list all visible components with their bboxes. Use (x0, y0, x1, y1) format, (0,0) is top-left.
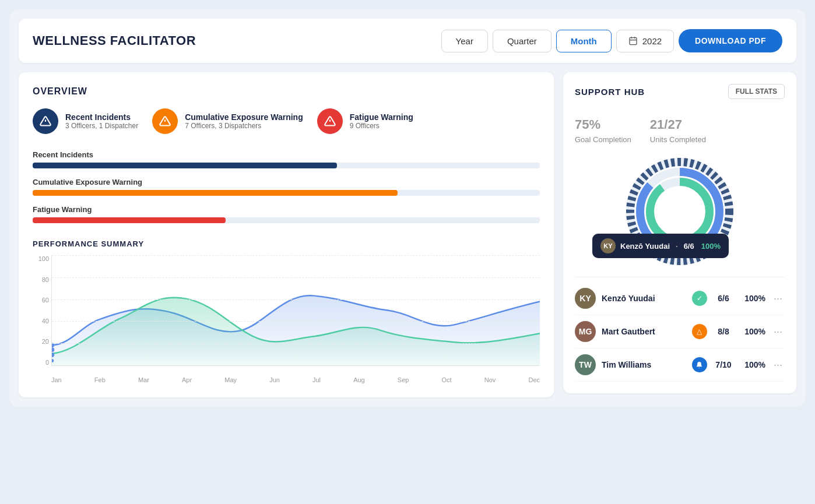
recent-incident-detail: 3 Officers, 1 Dispatcher (65, 122, 138, 130)
overview-title: OVERVIEW (33, 86, 540, 97)
user-status-kenzo: ✓ (692, 291, 707, 306)
cumulative-incident-label: Cumulative Exposure Warning (185, 112, 303, 122)
full-stats-button[interactable]: FULL STATS (728, 84, 785, 99)
progress-cumulative: Cumulative Exposure Warning (33, 178, 540, 196)
donut-chart-container: KY Kenzō Yuudai · 6/6 100% (575, 153, 785, 270)
progress-bar-cumulative (33, 190, 398, 196)
user-list: KY Kenzō Yuudai ✓ 6/6 100% ··· MG Mart G… (575, 277, 785, 382)
app-container: WELLNESS FACILITATOR Year Quarter Month … (9, 9, 806, 407)
performance-summary: PERFORMANCE SUMMARY 100 80 60 40 20 0 (33, 239, 540, 383)
units-completed-stat: 21/27 Units Completed (650, 108, 706, 144)
progress-bar-fatigue (33, 217, 226, 223)
recent-incident-label: Recent Incidents (65, 112, 138, 122)
user-status-tim (692, 357, 707, 372)
period-month-button[interactable]: Month (556, 30, 612, 52)
period-year-button[interactable]: Year (441, 30, 488, 52)
user-status-mart: △ (692, 324, 707, 339)
support-header: SUPPORT HUB FULL STATS (575, 84, 785, 99)
user-row-tim: TW Tim Williams 7/10 100% ··· (575, 348, 785, 382)
period-quarter-button[interactable]: Quarter (493, 30, 551, 52)
chart-inner (51, 255, 540, 366)
user-row-mart: MG Mart Gautbert △ 8/8 100% ··· (575, 315, 785, 348)
user-avatar-kenzo: KY (575, 288, 596, 309)
incident-card-recent: Recent Incidents 3 Officers, 1 Dispatche… (33, 108, 138, 134)
calendar-icon (628, 36, 638, 45)
svg-rect-0 (630, 38, 637, 45)
fatigue-incident-detail: 9 Officers (350, 122, 413, 130)
progress-section: Recent Incidents Cumulative Exposure War… (33, 150, 540, 223)
download-pdf-button[interactable]: DOWNLOAD PDF (679, 29, 782, 52)
chart-x-labels: Jan Feb Mar Apr May Jun Jul Aug Sep Oct … (51, 376, 540, 383)
left-panel: OVERVIEW Recent Incidents 3 Officers, 1 … (19, 72, 554, 397)
fatigue-incident-icon (317, 108, 343, 134)
svg-point-19 (650, 182, 709, 241)
goal-completion-stat: 75% Goal Completion (575, 108, 631, 144)
header-controls: Year Quarter Month 2022 DOWNLOAD PDF (441, 29, 782, 52)
incident-card-fatigue: Fatigue Warning 9 Officers (317, 108, 413, 134)
user-more-mart[interactable]: ··· (771, 326, 785, 338)
fatigue-incident-label: Fatigue Warning (350, 112, 413, 122)
incident-cards: Recent Incidents 3 Officers, 1 Dispatche… (33, 108, 540, 134)
tooltip-avatar: KY (600, 238, 616, 253)
cumulative-incident-icon (152, 108, 178, 134)
user-row-kenzo: KY Kenzō Yuudai ✓ 6/6 100% ··· (575, 282, 785, 315)
user-more-tim[interactable]: ··· (771, 359, 785, 371)
app-title: WELLNESS FACILITATOR (33, 33, 196, 48)
main-layout: OVERVIEW Recent Incidents 3 Officers, 1 … (19, 72, 796, 397)
chart-area: 100 80 60 40 20 0 (33, 255, 540, 383)
recent-incident-icon (33, 108, 58, 134)
donut-tooltip: KY Kenzō Yuudai · 6/6 100% (592, 234, 729, 258)
progress-recent: Recent Incidents (33, 150, 540, 168)
stats-row: 75% Goal Completion 21/27 Units Complete… (575, 108, 785, 144)
user-avatar-mart: MG (575, 321, 596, 342)
cumulative-incident-detail: 7 Officers, 3 Dispatchers (185, 122, 303, 130)
performance-chart-svg (52, 255, 540, 365)
year-button[interactable]: 2022 (616, 30, 674, 52)
chart-y-labels: 100 80 60 40 20 0 (33, 255, 49, 366)
progress-fatigue: Fatigue Warning (33, 205, 540, 223)
user-avatar-tim: TW (575, 354, 596, 375)
incident-card-cumulative: Cumulative Exposure Warning 7 Officers, … (152, 108, 303, 134)
progress-bar-recent (33, 163, 337, 168)
user-more-kenzo[interactable]: ··· (771, 292, 785, 305)
header: WELLNESS FACILITATOR Year Quarter Month … (19, 19, 796, 63)
right-panel: SUPPORT HUB FULL STATS 75% Goal Completi… (563, 72, 796, 393)
